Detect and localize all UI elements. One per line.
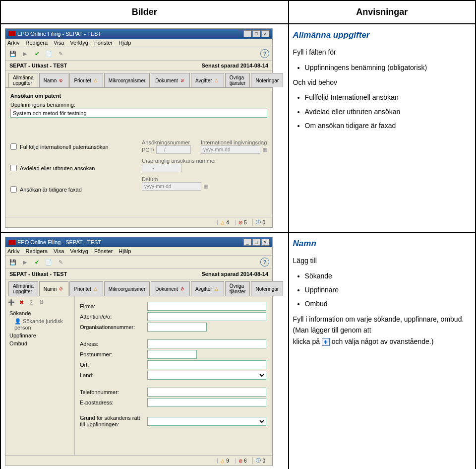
datum-label: Datum bbox=[142, 176, 267, 182]
play-icon[interactable]: ▶ bbox=[20, 49, 29, 58]
tab-namn[interactable]: Namn⊘ bbox=[39, 281, 69, 296]
draft-label: SEPAT - Utkast - TEST bbox=[9, 63, 67, 68]
tab-avgifter[interactable]: Avgifter△ bbox=[191, 281, 224, 296]
statusbar: △9 ⊘6 ⓘ0 bbox=[5, 455, 272, 466]
maximize-icon[interactable]: □ bbox=[252, 239, 260, 246]
toolbar: 💾 ▶ ✔ 📄 ✎ ? bbox=[5, 47, 272, 61]
sign-icon[interactable]: ✎ bbox=[56, 258, 65, 267]
chk-fullfoljd-label: Fullföljd internationell patentansökan bbox=[20, 144, 109, 150]
warn-count: 9 bbox=[226, 458, 229, 464]
tab-avgifter[interactable]: Avgifter△ bbox=[191, 73, 224, 87]
menu-arkiv[interactable]: Arkiv bbox=[7, 248, 19, 254]
tab-prioritet[interactable]: Prioritet△ bbox=[69, 281, 103, 296]
play-icon[interactable]: ▶ bbox=[20, 258, 29, 267]
menu-fonster[interactable]: Fönster bbox=[94, 40, 113, 46]
sign-icon[interactable]: ✎ bbox=[56, 49, 65, 58]
tab-ovriga[interactable]: Övriga tjänster bbox=[225, 281, 250, 296]
last-saved: Senast sparad 2014-08-14 bbox=[201, 63, 268, 68]
instr1-b3: Avdelad eller utbruten ansökan bbox=[305, 106, 471, 117]
menu-visa[interactable]: Visa bbox=[54, 40, 64, 46]
firma-label: Firma: bbox=[80, 303, 144, 309]
close-icon[interactable]: × bbox=[261, 239, 269, 246]
warn-icon: △ bbox=[221, 458, 225, 464]
telefon-input[interactable] bbox=[147, 388, 266, 397]
tab-allmanna[interactable]: Allmänna uppgifter bbox=[8, 73, 38, 87]
menu-hjalp[interactable]: Hjälp bbox=[119, 40, 131, 46]
ort-input[interactable] bbox=[147, 360, 266, 369]
warn-count: 4 bbox=[226, 220, 229, 225]
tab-prioritet[interactable]: Prioritet△ bbox=[69, 73, 103, 87]
error-icon: ⊘ bbox=[58, 77, 64, 83]
check-icon[interactable]: ✔ bbox=[32, 49, 41, 58]
tab-ovriga[interactable]: Övriga tjänster bbox=[225, 73, 250, 87]
help-icon[interactable]: ? bbox=[260, 258, 269, 267]
menu-arkiv[interactable]: Arkiv bbox=[7, 40, 19, 46]
menu-verktyg[interactable]: Verktyg bbox=[70, 248, 88, 254]
tree-uppfinnare[interactable]: Uppfinnare bbox=[7, 332, 72, 339]
error-icon: ⊘ bbox=[238, 220, 242, 225]
menu-hjalp[interactable]: Hjälp bbox=[119, 248, 131, 254]
tabs: Allmänna uppgifter Namn⊘ Prioritet△ Mikr… bbox=[5, 279, 272, 296]
epost-input[interactable] bbox=[147, 398, 266, 407]
tab-mikro[interactable]: Mikroorganismer bbox=[104, 73, 150, 87]
tab-dokument[interactable]: Dokument⊘ bbox=[151, 73, 190, 87]
tab-mikro[interactable]: Mikroorganismer bbox=[104, 281, 150, 296]
minimize-icon[interactable]: _ bbox=[243, 30, 251, 37]
ingivningsdag-label: Internationell ingivningsdag bbox=[201, 139, 267, 145]
tab-dokument[interactable]: Dokument⊘ bbox=[151, 281, 190, 296]
menu-redigera[interactable]: Redigera bbox=[25, 248, 48, 254]
menu-redigera[interactable]: Redigera bbox=[25, 40, 48, 46]
chk-fullfoljd[interactable] bbox=[10, 143, 17, 150]
instr2-p2: (Man lägger till genom att klicka på + o… bbox=[293, 325, 471, 347]
tab-noteringar[interactable]: Noteringar bbox=[251, 73, 283, 87]
tree-sokande-sub[interactable]: 👤 Sökande juridisk person bbox=[7, 317, 72, 332]
land-select[interactable] bbox=[147, 371, 266, 380]
calendar-icon: ▦ bbox=[203, 183, 208, 190]
maximize-icon[interactable]: □ bbox=[252, 30, 260, 37]
minimize-icon[interactable]: _ bbox=[243, 239, 251, 246]
doc-icon[interactable]: 📄 bbox=[44, 49, 53, 58]
warn-icon: △ bbox=[93, 286, 99, 292]
close-icon[interactable]: × bbox=[261, 30, 269, 37]
delete-icon[interactable]: ✖ bbox=[17, 298, 25, 306]
land-label: Land: bbox=[80, 372, 144, 378]
check-icon[interactable]: ✔ bbox=[32, 258, 41, 267]
save-icon[interactable]: 💾 bbox=[8, 258, 17, 267]
tree-sokande[interactable]: Sökande bbox=[7, 309, 72, 317]
copy-icon[interactable]: ⎘ bbox=[27, 298, 35, 306]
err-count: 6 bbox=[244, 458, 247, 464]
postnr-input[interactable] bbox=[147, 350, 197, 359]
telefon-label: Telefonnummer: bbox=[80, 389, 144, 395]
error-icon: ⊘ bbox=[238, 458, 242, 464]
ursprunglig-input bbox=[142, 164, 181, 172]
chk-avdelad[interactable] bbox=[10, 165, 17, 171]
menu-fonster[interactable]: Fönster bbox=[94, 248, 113, 254]
titlebar: EPO Online Filing - SEPAT - TEST _ □ × bbox=[5, 29, 272, 39]
chk-faxad[interactable] bbox=[10, 186, 17, 193]
attention-label: Attention/c/o: bbox=[80, 314, 144, 320]
add-icon[interactable]: ➕ bbox=[7, 298, 15, 306]
warn-icon: △ bbox=[221, 220, 225, 225]
adress-input[interactable] bbox=[147, 339, 266, 348]
firma-input[interactable] bbox=[147, 302, 266, 311]
instr2-title: Namn bbox=[293, 237, 471, 250]
save-icon[interactable]: 💾 bbox=[8, 49, 17, 58]
warn-icon: △ bbox=[214, 77, 220, 83]
app-window-2: EPO Online Filing - SEPAT - TEST _ □ × A… bbox=[5, 237, 273, 466]
doc-icon[interactable]: 📄 bbox=[44, 258, 53, 267]
tab-namn[interactable]: Namn⊘ bbox=[39, 73, 69, 87]
error-icon: ⊘ bbox=[179, 77, 185, 83]
grund-select[interactable] bbox=[147, 417, 266, 426]
attention-input[interactable] bbox=[147, 312, 266, 321]
menu-verktyg[interactable]: Verktyg bbox=[70, 40, 88, 46]
tab-noteringar[interactable]: Noteringar bbox=[251, 281, 283, 296]
tree-ombud[interactable]: Ombud bbox=[7, 339, 72, 347]
orgnr-input[interactable] bbox=[147, 323, 207, 332]
benamn-input[interactable] bbox=[10, 109, 267, 118]
instr1-title: Allmänna uppgifter bbox=[293, 28, 471, 42]
instr1-b4: Om ansökan tidigare är faxad bbox=[305, 120, 471, 131]
help-icon[interactable]: ? bbox=[260, 49, 269, 58]
tab-allmanna[interactable]: Allmänna uppgifter bbox=[8, 281, 38, 296]
move-icon[interactable]: ⇅ bbox=[37, 298, 45, 306]
menu-visa[interactable]: Visa bbox=[54, 248, 64, 254]
